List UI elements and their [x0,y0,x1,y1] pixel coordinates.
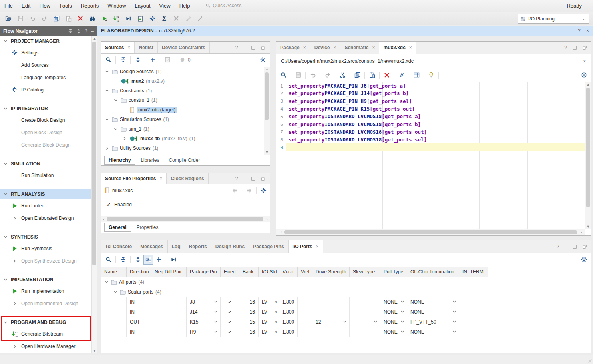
copy-button[interactable] [51,13,62,24]
resize-grip-icon[interactable] [587,358,592,363]
cell-drive-strength[interactable] [312,327,350,337]
sum-button[interactable]: Σ [159,13,169,24]
tab-design-runs[interactable]: Design Runs [211,240,249,253]
close-icon[interactable]: × [159,176,162,181]
cell-fixed[interactable]: ✔ [221,297,239,307]
fn-item-run-implementation[interactable]: Run Implementation [0,285,91,297]
tab-messages[interactable]: Messages [136,240,167,253]
cell-io-std[interactable]: LV▾ [259,297,279,307]
tab-log[interactable]: Log [168,240,185,253]
generate-bitstream-button[interactable]: 0110 [111,13,121,24]
scroll-down-icon[interactable]: ▼ [264,150,270,155]
minimize-icon[interactable]: – [243,45,246,50]
fn-item-create-block-design[interactable]: Create Block Design [0,114,91,126]
fn-item-open-synthesized-design[interactable]: Open Synthesized Design [0,255,91,267]
cell-package-pin[interactable]: H9 [187,327,221,337]
column-header-pull-type[interactable]: Pull Type [380,267,407,277]
tab-source-file-properties[interactable]: Source File Properties× [101,173,167,184]
tab-mux2-xdc[interactable]: mux2.xdc× [379,42,416,54]
column-header-i-o-std[interactable]: I/O Std [259,267,279,277]
tab-schematic[interactable]: Schematic× [340,42,379,54]
forward-arrow-icon[interactable] [246,188,252,193]
group-row-all-ports[interactable]: All ports(4) [101,277,488,287]
cell-off-chip-termination[interactable]: NONE [407,297,459,307]
fn-section-rtl-analysis[interactable]: RTL ANALYSIS [0,189,91,199]
expander-open-icon[interactable] [104,117,110,122]
autoplace-button[interactable] [169,255,178,265]
tree-node-sim-1[interactable]: sim_1(1) [101,124,264,134]
maximize-icon[interactable] [572,244,577,249]
fn-item-open-block-design[interactable]: Open Block Design [0,126,91,139]
fn-item-open-hardware-manager[interactable]: Open Hardware Manager [0,340,91,352]
cell-direction[interactable]: IN [127,297,151,307]
close-icon[interactable]: × [586,28,589,34]
subtab-hierarchy[interactable]: Hierarchy [104,156,135,165]
column-header-name[interactable]: Name [101,267,127,277]
open-project-button[interactable] [3,13,14,24]
delete-button[interactable] [382,70,392,80]
scroll-down-icon[interactable]: ▼ [92,348,97,353]
fn-section-simulation[interactable]: SIMULATION [0,159,91,169]
subtab-libraries[interactable]: Libraries [137,156,163,164]
help-doc-button[interactable]: ? [163,55,172,65]
bulb-button[interactable] [426,70,436,80]
fn-item-open-implemented-design[interactable]: Open Implemented Design [0,297,91,310]
chevron-down-icon[interactable] [342,319,347,325]
expand-all-icon[interactable] [76,29,81,34]
code-line[interactable]: 3 set_property PACKAGE_PIN H9 [get_ports… [276,97,585,105]
wand-button[interactable] [195,13,205,24]
fn-item-open-elaborated-design[interactable]: Open Elaborated Design [0,212,91,224]
maximize-icon[interactable] [251,45,256,50]
scrollbar-thumb[interactable] [284,230,577,234]
delete-button[interactable] [75,13,86,24]
scroll-up-icon[interactable]: ▲ [264,67,270,72]
menu-file[interactable]: File [0,0,17,12]
menu-tools[interactable]: Tools [55,0,76,12]
redo-button[interactable] [323,70,332,80]
help-icon[interactable]: ? [564,45,567,50]
menu-view[interactable]: View [155,0,175,12]
sources-scrollbar[interactable]: ▲ ▼ [264,67,270,155]
tab-tcl-console[interactable]: Tcl Console [101,240,136,253]
cell-off-chip-termination[interactable]: NONE [407,327,459,337]
minimize-icon[interactable]: – [243,176,246,181]
column-header-vcco[interactable]: Vcco [279,267,298,277]
chevron-down-icon[interactable] [452,329,457,335]
float-icon[interactable] [582,45,587,50]
help-icon[interactable]: ? [235,45,238,50]
tab-sources[interactable]: Sources× [101,42,135,53]
scroll-left-icon[interactable]: ‹ [279,229,284,235]
menu-reports[interactable]: Reports [76,0,103,12]
step-button[interactable] [123,13,133,24]
search-button[interactable] [279,70,288,80]
scrollbar-thumb[interactable] [265,72,269,120]
column-header-neg-diff-pair[interactable]: Neg Diff Pair [151,267,187,277]
column-header-off-chip-termination[interactable]: Off-Chip Termination [407,267,459,277]
column-header-fixed[interactable]: Fixed [221,267,239,277]
expand-all-button[interactable] [133,255,143,265]
tab-package[interactable]: Package× [276,42,310,54]
close-icon[interactable]: × [303,45,306,50]
cell-slew-type[interactable] [350,307,380,317]
cell-pull-type[interactable]: NONE [380,327,407,337]
expander-closed-icon[interactable] [104,146,110,151]
expand-all-button[interactable] [133,55,143,65]
undo-button[interactable] [27,13,38,24]
fn-item-language-templates[interactable]: Language Templates [0,71,91,84]
fn-section-implementation[interactable]: IMPLEMENTATION [0,274,91,285]
fn-item-generate-bitstream[interactable]: 0110Generate Bitstream [0,328,91,340]
column-header-package-pin[interactable]: Package Pin [187,267,221,277]
minimize-icon[interactable]: – [564,244,567,249]
code-line[interactable]: 7 set_property IOSTANDARD LVCMOS18 [get_… [276,128,585,136]
gear-button[interactable] [579,255,589,265]
expander-closed-icon[interactable] [122,136,127,141]
cell-io-std[interactable]: LV▾ [259,317,279,327]
chevron-down-icon[interactable] [373,319,378,325]
chevron-down-icon[interactable] [213,329,218,335]
expander-open-icon[interactable] [113,98,119,103]
fn-section-ip-integrator[interactable]: IP INTEGRATOR [0,103,91,114]
scroll-right-icon[interactable]: › [579,229,584,235]
maximize-icon[interactable] [572,45,577,50]
fn-item-settings[interactable]: Settings [0,46,91,59]
tree-node-mux2[interactable]: mux2(mux2.v) [101,76,264,86]
